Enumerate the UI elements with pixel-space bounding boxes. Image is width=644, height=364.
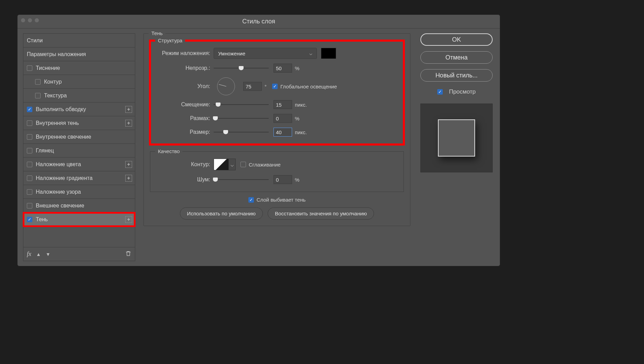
opacity-slider[interactable] (214, 65, 269, 71)
size-slider[interactable] (214, 129, 269, 135)
add-effect-icon[interactable]: + (125, 161, 132, 168)
sidebar-item[interactable]: Наложение градиента+ (23, 171, 135, 185)
sidebar-blending-options[interactable]: Параметры наложения (23, 47, 135, 61)
add-effect-icon[interactable]: + (125, 106, 132, 113)
make-default-button[interactable]: Использовать по умолчанию (180, 207, 263, 220)
opacity-input[interactable] (273, 64, 292, 73)
sidebar-item-label: Контур (44, 79, 62, 85)
cancel-button[interactable]: Отмена (420, 51, 493, 64)
sidebar-item[interactable]: Текстура (23, 89, 135, 103)
styles-sidebar: Стили Параметры наложения ТиснениеКонтур… (23, 33, 135, 261)
add-effect-icon[interactable]: + (125, 120, 132, 127)
noise-slider[interactable] (214, 176, 269, 183)
noise-input[interactable] (273, 175, 292, 184)
knockout-checkbox[interactable] (248, 197, 254, 203)
preview-thumbnail (420, 104, 493, 172)
sidebar-item-label: Внешнее свечение (36, 203, 84, 209)
angle-dial[interactable] (217, 77, 235, 95)
chevron-down-icon: ⌵ (309, 50, 312, 56)
maximize-icon[interactable] (35, 18, 39, 22)
sidebar-item[interactable]: Внешнее свечение (23, 199, 135, 213)
sidebar-item-label: Внутренняя тень (36, 120, 79, 126)
sidebar-item[interactable]: Наложение узора (23, 185, 135, 199)
style-checkbox[interactable] (27, 148, 32, 153)
anti-alias-label: Сглаживание (249, 162, 281, 168)
preview-label: Просмотр (449, 88, 476, 95)
move-down-icon[interactable]: ▼ (46, 251, 51, 257)
close-icon[interactable] (21, 18, 25, 22)
style-checkbox[interactable] (27, 65, 32, 71)
shadow-color-swatch[interactable] (321, 48, 336, 59)
style-checkbox[interactable] (27, 203, 32, 208)
preview-swatch (438, 119, 475, 157)
layer-style-dialog: Стиль слоя Стили Параметры наложения Тис… (17, 14, 500, 266)
distance-slider[interactable] (214, 101, 269, 108)
size-label: Размер: (159, 129, 214, 135)
style-checkbox[interactable] (27, 120, 32, 126)
panel-title: Тень (149, 30, 165, 36)
sidebar-item[interactable]: Выполнить обводку+ (23, 103, 135, 116)
distance-input[interactable] (273, 100, 292, 109)
sidebar-item-label: Выполнить обводку (36, 106, 86, 113)
sidebar-item[interactable]: Глянец (23, 144, 135, 158)
angle-input[interactable] (243, 82, 262, 91)
structure-legend: Структура (155, 38, 185, 43)
style-checkbox[interactable] (27, 189, 32, 195)
sidebar-item[interactable]: Внутренняя тень+ (23, 116, 135, 130)
style-checkbox[interactable] (27, 107, 32, 112)
sidebar-item[interactable]: Внутреннее свечение (23, 130, 135, 144)
move-up-icon[interactable]: ▲ (36, 251, 41, 257)
anti-alias-checkbox[interactable] (240, 162, 246, 167)
sidebar-item-label: Наложение цвета (36, 161, 81, 168)
sidebar-item-label: Наложение узора (36, 189, 81, 195)
quality-legend: Качество (155, 148, 182, 154)
preview-checkbox[interactable] (437, 89, 443, 95)
style-checkbox[interactable] (35, 79, 41, 85)
style-checkbox[interactable] (35, 93, 41, 98)
blend-mode-label: Режим наложения: (159, 50, 214, 56)
contour-picker[interactable] (214, 159, 229, 170)
reset-default-button[interactable]: Восстановить значения по умолчанию (268, 207, 374, 220)
minimize-icon[interactable] (28, 18, 32, 22)
style-checkbox[interactable] (27, 134, 32, 140)
sidebar-styles-header[interactable]: Стили (23, 34, 135, 47)
angle-label: Угол: (159, 83, 214, 89)
style-checkbox[interactable] (27, 175, 32, 181)
fx-icon[interactable]: fx (27, 250, 31, 258)
style-checkbox[interactable] (27, 217, 32, 222)
sidebar-item[interactable]: Тень+ (23, 213, 135, 226)
style-checkbox[interactable] (27, 162, 32, 167)
ok-button[interactable]: OK (420, 33, 493, 46)
quality-group: Качество Контур: ⌵ Сглаживание Шум: (150, 151, 404, 192)
sidebar-item-label: Тиснение (36, 65, 60, 71)
add-effect-icon[interactable]: + (125, 216, 132, 223)
contour-label: Контур: (159, 161, 214, 168)
sidebar-item-label: Текстура (44, 93, 67, 99)
spread-label: Размах: (159, 115, 214, 121)
knockout-label: Слой выбивает тень (257, 197, 306, 203)
add-effect-icon[interactable]: + (125, 175, 132, 182)
sidebar-footer: fx ▲ ▼ (23, 247, 135, 261)
contour-dropdown[interactable]: ⌵ (229, 159, 236, 170)
spread-slider[interactable] (214, 115, 269, 121)
window-controls[interactable] (21, 18, 39, 22)
dialog-buttons: OK Отмена Новый стиль... Просмотр (419, 33, 494, 261)
spread-input[interactable] (273, 114, 292, 123)
sidebar-item[interactable]: Наложение цвета+ (23, 158, 135, 171)
dialog-titlebar: Стиль слоя (18, 15, 500, 29)
blend-mode-select[interactable]: Умножение ⌵ (214, 48, 317, 59)
structure-group: Структура Режим наложения: Умножение ⌵ Н… (150, 41, 404, 144)
sidebar-item[interactable]: Тиснение (23, 61, 135, 75)
sidebar-item-label: Наложение градиента (36, 175, 93, 181)
new-style-button[interactable]: Новый стиль... (420, 69, 493, 82)
sidebar-item-label: Внутреннее свечение (36, 134, 91, 140)
sidebar-item-label: Глянец (36, 148, 54, 154)
delete-icon[interactable] (125, 250, 131, 258)
size-input[interactable] (273, 128, 292, 137)
dialog-title: Стиль слоя (242, 18, 275, 25)
settings-panel: Тень Структура Режим наложения: Умножени… (143, 33, 410, 261)
global-light-label: Глобальное освещение (280, 84, 337, 89)
sidebar-item[interactable]: Контур (23, 75, 135, 89)
global-light-checkbox[interactable] (272, 84, 278, 89)
opacity-label: Непрозр.: (159, 65, 214, 71)
